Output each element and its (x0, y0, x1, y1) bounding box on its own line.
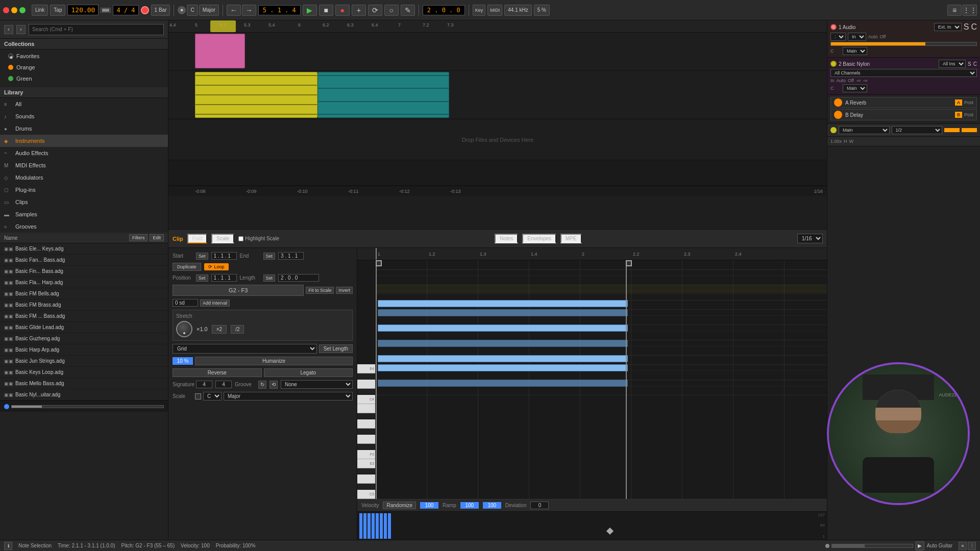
groove-refresh-btn[interactable]: ↻ (258, 381, 266, 389)
piano-key-ab3[interactable] (357, 429, 375, 435)
add-interval-btn[interactable]: Add Interval (200, 299, 230, 307)
piano-key-eb4[interactable] (357, 373, 375, 380)
list-item[interactable]: ▣▣ Basic FM ... Bass.adg (0, 311, 168, 322)
note-block[interactable] (378, 364, 628, 371)
track-1-input-num[interactable]: 1 (830, 33, 846, 41)
info-icon[interactable]: ℹ (4, 542, 12, 550)
tab-envelopes[interactable]: Envelopes (522, 234, 556, 243)
minimize-btn[interactable] (11, 7, 17, 13)
key-select[interactable]: C (187, 5, 198, 16)
highlight-scale-check[interactable] (238, 236, 243, 241)
fwd-btn[interactable]: → (242, 5, 256, 16)
track-1-routing[interactable]: Main (843, 47, 867, 55)
list-item[interactable]: ▣▣ Basic Glide Lead.adg (0, 322, 168, 333)
set-length-btn[interactable]: Set Length (319, 344, 353, 353)
vel-bar[interactable] (376, 513, 379, 539)
zoom-h-btn[interactable]: H (844, 139, 847, 144)
sidebar-item-midi-effects[interactable]: M MIDI Effects (0, 159, 168, 171)
sidebar-item-clips[interactable]: ▭ Clips (0, 196, 168, 208)
list-item[interactable]: ▣▣ Basic Keys Loop.adg (0, 367, 168, 378)
track-1-solo[interactable]: C (971, 22, 977, 32)
list-item[interactable]: ▣▣ Basic Ele... Keys.adg (0, 243, 168, 255)
reverse-btn[interactable]: Reverse (173, 368, 262, 377)
status-play[interactable]: ▶ (915, 541, 924, 550)
start-value[interactable] (211, 252, 237, 260)
clip-teal[interactable] (317, 72, 449, 118)
fit-to-scale-btn[interactable]: Fit to Scale (306, 287, 334, 294)
sidebar-item-sounds[interactable]: ♪ Sounds (0, 110, 168, 122)
track-2-input-select[interactable]: All Ins (939, 60, 966, 68)
track-3[interactable] (168, 160, 827, 186)
piano-key-b3[interactable] (357, 404, 375, 413)
tap-button[interactable]: Tap (50, 5, 65, 16)
piano-key-bb3[interactable] (357, 413, 375, 419)
track-2-channel-sel[interactable]: All Channels (830, 69, 977, 77)
back-btn[interactable]: ← (227, 5, 241, 16)
track-1-monitor[interactable]: In (848, 33, 866, 41)
stop-button[interactable]: ■ (319, 5, 333, 16)
start-set-btn[interactable]: Set (196, 253, 208, 260)
link-button[interactable]: Link (32, 5, 48, 16)
piano-key-e4[interactable]: E4 (357, 364, 375, 373)
scale-root-select[interactable]: C (203, 392, 222, 400)
end-set-btn[interactable]: Set (263, 253, 276, 260)
note-block[interactable] (378, 340, 628, 347)
loop-end-handle[interactable] (626, 260, 632, 266)
piano-key-db4[interactable] (357, 389, 375, 395)
routing-12-select[interactable]: 1/2 (892, 126, 943, 134)
invert-btn[interactable]: Invert (336, 287, 353, 294)
sig-numerator[interactable] (196, 381, 212, 388)
orange-item[interactable]: Orange (0, 62, 168, 73)
tab-scale[interactable]: Scale (211, 234, 234, 243)
sidebar-item-audio-effects[interactable]: ~ Audio Effects (0, 147, 168, 159)
piano-key-f3[interactable]: F3 (357, 450, 375, 459)
fx-delay-power[interactable] (834, 111, 842, 119)
maximize-btn[interactable] (19, 7, 26, 13)
randomize-btn[interactable]: Randomize (383, 502, 416, 509)
fx-reverb[interactable]: A Reverb A Post (830, 97, 977, 108)
track-2-power[interactable] (830, 61, 837, 67)
vel-bar[interactable] (372, 513, 375, 539)
note-block[interactable] (378, 324, 628, 332)
humanize-btn[interactable]: Humanize (195, 357, 353, 365)
sig-denominator[interactable] (215, 381, 232, 388)
record-button[interactable]: ● (335, 5, 350, 16)
list-item[interactable]: ▣▣ Basic Guzheng.adg (0, 333, 168, 344)
status-view-2[interactable]: ⋮ (968, 542, 976, 550)
vel-bar[interactable] (380, 513, 383, 539)
note-grid[interactable] (376, 260, 827, 499)
tab-fold[interactable]: Fold (187, 234, 207, 243)
green-item[interactable]: Green (0, 73, 168, 84)
view-btn-2[interactable]: ⋮⋮ (963, 5, 977, 16)
stretch-x2-btn[interactable]: ×2 (212, 325, 227, 334)
list-item[interactable]: ▣▣ Basic FM Bells.adg (0, 288, 168, 299)
list-item[interactable]: ▣▣ Basic Jun Strings.adg (0, 356, 168, 367)
note-block[interactable] (378, 355, 628, 362)
piano-key-e3[interactable]: E3 (357, 459, 375, 468)
track-2-routing[interactable]: Main (843, 84, 867, 92)
bar-select[interactable]: 1 Bar (151, 5, 170, 16)
piano-key-eb3[interactable] (357, 468, 375, 474)
list-item[interactable]: ▣▣ Basic Fan... Bass.adg (0, 255, 168, 266)
piano-key-g3[interactable] (357, 435, 375, 444)
fx-reverb-power[interactable] (834, 98, 842, 107)
favorites-item[interactable]: ★ Favorites (0, 51, 168, 62)
drop-zone[interactable]: Drop Files and Devices Here (168, 119, 827, 160)
stretch-knob[interactable] (176, 321, 192, 337)
view-btn-1[interactable]: ≡ (947, 5, 962, 16)
pos-set-btn[interactable]: Set (196, 274, 208, 282)
groove-select[interactable]: None (281, 380, 353, 389)
piano-key-c4[interactable]: C4 (357, 395, 375, 404)
tab-notes[interactable]: Notes (495, 234, 518, 243)
list-item[interactable]: ▣▣ Basic FM Brass.adg (0, 299, 168, 311)
groove-random-btn[interactable]: ⟲ (270, 381, 278, 389)
highlight-scale-label[interactable]: Highlight Scale (238, 236, 279, 241)
position-value[interactable] (211, 274, 237, 282)
scale-select[interactable]: Major (199, 5, 219, 16)
zoom-w-btn[interactable]: W (849, 139, 854, 144)
piano-key-db3[interactable] (357, 484, 375, 490)
sidebar-item-plugins[interactable]: ⬡ Plug-ins (0, 184, 168, 196)
piano-key-d3[interactable] (357, 474, 375, 484)
punch-btn[interactable]: ○ (384, 5, 399, 16)
list-item[interactable]: ▣▣ Basic Nyl...uitar.adg (0, 389, 168, 400)
